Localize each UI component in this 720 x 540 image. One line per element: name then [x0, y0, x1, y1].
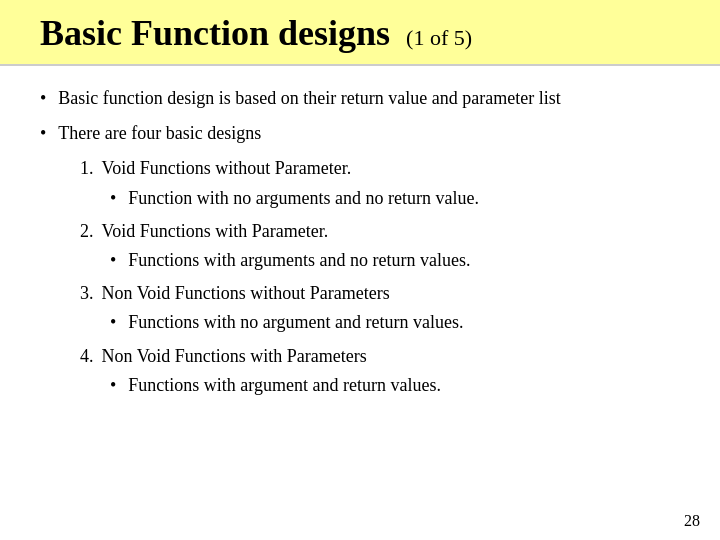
bullet-text-1: Basic function design is based on their … [58, 86, 560, 111]
slide-header: Basic Function designs (1 of 5) [0, 0, 720, 66]
page-number: 28 [684, 512, 700, 530]
numbered-text-1: Void Functions without Parameter. [102, 156, 352, 181]
numbered-item-3: 3. Non Void Functions without Parameters… [80, 281, 680, 335]
number-3: 3. [80, 281, 94, 306]
slide-subtitle: (1 of 5) [406, 25, 472, 51]
sub-bullet-2: • Functions with arguments and no return… [110, 248, 680, 273]
slide-page: Basic Function designs (1 of 5) • Basic … [0, 0, 720, 540]
sub-text-1: Function with no arguments and no return… [128, 186, 479, 211]
numbered-list: 1. Void Functions without Parameter. • F… [80, 156, 680, 398]
numbered-item-2: 2. Void Functions with Parameter. • Func… [80, 219, 680, 273]
numbered-text-4: Non Void Functions with Parameters [102, 344, 367, 369]
bullet-text-2: There are four basic designs [58, 121, 261, 146]
sub-dot-1: • [110, 186, 116, 211]
sub-text-2: Functions with arguments and no return v… [128, 248, 470, 273]
bullet-item-2: • There are four basic designs [40, 121, 680, 146]
sub-bullet-1: • Function with no arguments and no retu… [110, 186, 680, 211]
numbered-item-4: 4. Non Void Functions with Parameters • … [80, 344, 680, 398]
sub-dot-2: • [110, 248, 116, 273]
number-4: 4. [80, 344, 94, 369]
number-2: 2. [80, 219, 94, 244]
numbered-text-2: Void Functions with Parameter. [102, 219, 329, 244]
number-1: 1. [80, 156, 94, 181]
bullet-dot-1: • [40, 86, 46, 111]
slide-content: • Basic function design is based on thei… [0, 66, 720, 426]
sub-dot-3: • [110, 310, 116, 335]
slide-title: Basic Function designs [40, 12, 390, 54]
sub-bullet-3: • Functions with no argument and return … [110, 310, 680, 335]
numbered-text-3: Non Void Functions without Parameters [102, 281, 390, 306]
bullet-item-1: • Basic function design is based on thei… [40, 86, 680, 111]
sub-text-4: Functions with argument and return value… [128, 373, 441, 398]
sub-dot-4: • [110, 373, 116, 398]
sub-bullet-4: • Functions with argument and return val… [110, 373, 680, 398]
numbered-item-1: 1. Void Functions without Parameter. • F… [80, 156, 680, 210]
sub-text-3: Functions with no argument and return va… [128, 310, 463, 335]
bullet-dot-2: • [40, 121, 46, 146]
